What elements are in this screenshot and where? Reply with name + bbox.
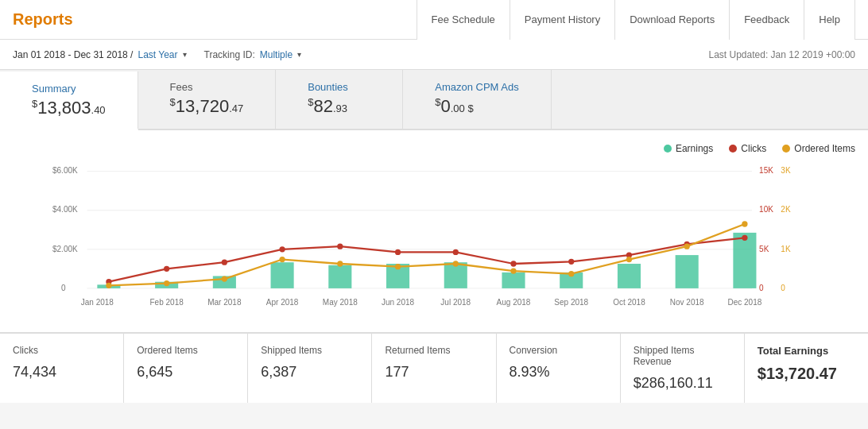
- top-nav: Reports Fee Schedule Payment History Dow…: [0, 0, 868, 40]
- stat-total-earnings-label: Total Earnings: [758, 345, 855, 357]
- tracking-id-link[interactable]: Multiple: [260, 49, 293, 60]
- summary-tabs: Summary $13,803.40 Fees $13,720.47 Bount…: [0, 70, 868, 130]
- svg-point-30: [222, 260, 227, 265]
- svg-point-29: [164, 266, 169, 272]
- svg-point-39: [742, 235, 747, 241]
- stat-total-earnings: Total Earnings $13,720.47: [745, 334, 868, 403]
- last-updated: Last Updated: Jan 12 2019 +00:00: [709, 49, 855, 60]
- svg-text:Jul 2018: Jul 2018: [440, 298, 471, 307]
- stat-conversion: Conversion 8.93%: [497, 334, 621, 403]
- svg-text:2K: 2K: [781, 206, 791, 214]
- tab-amazon-cpm[interactable]: Amazon CPM Ads $0.00 $: [403, 70, 552, 129]
- svg-text:Jan 2018: Jan 2018: [81, 298, 114, 307]
- feedback-btn[interactable]: Feedback: [729, 0, 804, 40]
- stat-shipped-items: Shipped Items 6,387: [248, 334, 372, 403]
- svg-point-43: [279, 257, 285, 262]
- stat-conversion-value: 8.93%: [510, 364, 607, 381]
- ordered-items-label: Ordered Items: [794, 143, 855, 154]
- stat-total-earnings-value: $13,720.47: [758, 365, 855, 383]
- svg-point-47: [510, 269, 516, 274]
- svg-text:Jun 2018: Jun 2018: [382, 298, 415, 307]
- fee-schedule-btn[interactable]: Fee Schedule: [417, 0, 510, 40]
- svg-text:$4.00K: $4.00K: [52, 206, 78, 214]
- svg-point-51: [742, 222, 747, 227]
- svg-text:10K: 10K: [759, 206, 773, 214]
- stat-shipped-revenue-label: Shipped Items Revenue: [634, 345, 731, 367]
- tab-bounties-label: Bounties: [308, 81, 370, 93]
- tab-amazon-cpm-label: Amazon CPM Ads: [435, 81, 519, 93]
- svg-rect-23: [502, 272, 525, 288]
- svg-point-42: [222, 276, 227, 282]
- stat-ordered-value: 6,645: [137, 364, 234, 381]
- stat-clicks-value: 74,434: [13, 364, 110, 381]
- stat-shipped-label: Shipped Items: [261, 345, 358, 356]
- chart-area: Earnings Clicks Ordered Items $6.00K $4.…: [0, 130, 868, 333]
- tracking-dropdown-arrow[interactable]: ▾: [297, 50, 301, 59]
- payment-history-btn[interactable]: Payment History: [510, 0, 614, 40]
- stat-clicks-label: Clicks: [13, 345, 110, 356]
- stat-ordered-label: Ordered Items: [137, 345, 234, 356]
- nav-buttons: Fee Schedule Payment History Download Re…: [417, 0, 855, 40]
- svg-rect-25: [618, 264, 641, 288]
- svg-point-46: [453, 261, 459, 267]
- date-range: Jan 01 2018 - Dec 31 2018 /: [13, 49, 133, 60]
- stat-shipped-revenue: Shipped Items Revenue $286,160.11: [621, 334, 745, 403]
- svg-text:May 2018: May 2018: [323, 298, 358, 307]
- tracking-id-label: Tracking ID:: [204, 49, 255, 60]
- tab-summary[interactable]: Summary $13,803.40: [0, 72, 138, 130]
- svg-text:Mar 2018: Mar 2018: [207, 298, 242, 307]
- legend-ordered-items: Ordered Items: [782, 143, 855, 154]
- tab-summary-value: $13,803.40: [32, 98, 106, 118]
- legend-clicks: Clicks: [729, 143, 766, 154]
- stat-conversion-label: Conversion: [510, 345, 607, 356]
- svg-rect-27: [733, 233, 756, 288]
- tab-bounties-value: $82.93: [308, 96, 370, 117]
- tab-summary-label: Summary: [32, 83, 106, 95]
- last-year-link[interactable]: Last Year: [138, 49, 177, 60]
- svg-point-33: [395, 249, 401, 255]
- svg-point-48: [568, 271, 574, 276]
- clicks-label: Clicks: [741, 143, 766, 154]
- svg-point-50: [684, 244, 690, 249]
- svg-text:Sep 2018: Sep 2018: [554, 298, 588, 307]
- svg-rect-26: [676, 255, 699, 288]
- chart-svg: $6.00K $4.00K $2.00K 0 15K 10K 5K 0 3K 2…: [13, 160, 855, 319]
- svg-text:Apr 2018: Apr 2018: [266, 298, 299, 307]
- svg-text:0: 0: [759, 284, 764, 292]
- svg-point-36: [568, 259, 574, 265]
- svg-text:Feb 2018: Feb 2018: [150, 298, 184, 307]
- svg-text:3K: 3K: [781, 167, 791, 176]
- stat-ordered-items: Ordered Items 6,645: [124, 334, 248, 403]
- stat-shipped-value: 6,387: [261, 364, 358, 381]
- svg-text:$2.00K: $2.00K: [52, 245, 78, 253]
- tab-fees[interactable]: Fees $13,720.47: [138, 70, 277, 129]
- svg-text:Aug 2018: Aug 2018: [497, 298, 531, 307]
- download-reports-btn[interactable]: Download Reports: [614, 0, 729, 40]
- stat-returned-items: Returned Items 177: [372, 334, 496, 403]
- date-bar: Jan 01 2018 - Dec 31 2018 / Last Year ▾ …: [0, 40, 868, 70]
- svg-text:0: 0: [61, 284, 66, 292]
- clicks-dot: [729, 145, 737, 153]
- svg-point-40: [106, 283, 111, 288]
- help-btn[interactable]: Help: [804, 0, 855, 40]
- legend-earnings: Earnings: [664, 143, 713, 154]
- chart-container: $6.00K $4.00K $2.00K 0 15K 10K 5K 0 3K 2…: [13, 160, 855, 319]
- tab-fees-label: Fees: [170, 81, 244, 93]
- stat-returned-value: 177: [385, 364, 482, 381]
- svg-point-49: [626, 257, 632, 262]
- svg-text:Oct 2018: Oct 2018: [613, 298, 645, 307]
- svg-text:$6.00K: $6.00K: [52, 167, 78, 176]
- svg-point-45: [395, 264, 401, 269]
- svg-rect-20: [328, 265, 351, 288]
- stat-returned-label: Returned Items: [385, 345, 482, 356]
- svg-point-34: [453, 249, 459, 255]
- tab-bounties[interactable]: Bounties $82.93: [276, 70, 403, 129]
- earnings-label: Earnings: [676, 143, 713, 154]
- date-dropdown-arrow[interactable]: ▾: [183, 50, 187, 59]
- svg-text:5K: 5K: [759, 245, 769, 253]
- svg-point-32: [337, 244, 343, 249]
- svg-text:1K: 1K: [781, 245, 791, 253]
- stat-clicks: Clicks 74,434: [0, 334, 124, 403]
- ordered-items-dot: [782, 145, 790, 153]
- chart-legend: Earnings Clicks Ordered Items: [13, 143, 855, 154]
